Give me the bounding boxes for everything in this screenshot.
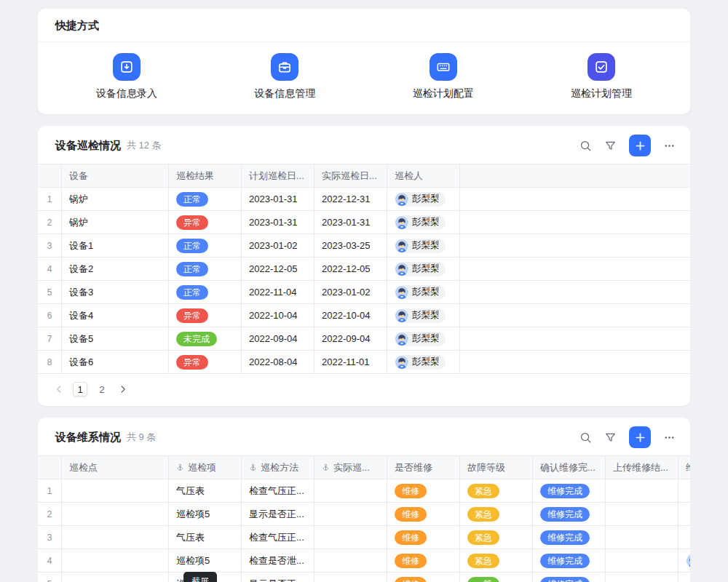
column-header[interactable]: 实际巡... <box>314 456 387 479</box>
table-cell[interactable]: 设备4 <box>62 304 169 327</box>
column-header[interactable]: 上传维修结... <box>606 456 678 479</box>
column-header[interactable]: 维 <box>678 456 690 479</box>
search-icon[interactable] <box>579 431 592 444</box>
table-cell[interactable]: 维修 <box>387 503 460 525</box>
table-cell[interactable]: 2023-01-31 <box>314 211 387 234</box>
column-header[interactable]: 巡检方法 <box>242 456 314 479</box>
table-cell[interactable]: 彭梨梨 <box>387 211 460 234</box>
table-cell[interactable]: 2022-09-04 <box>242 327 314 350</box>
more-icon[interactable] <box>663 140 676 152</box>
table-cell[interactable] <box>314 549 387 572</box>
column-header[interactable]: 巡检项 <box>169 456 242 479</box>
page-number[interactable]: 2 <box>95 382 109 396</box>
column-header[interactable]: 巡检点 <box>62 456 169 479</box>
table-cell[interactable] <box>62 479 169 502</box>
shortcut-item[interactable]: 巡检计划管理 <box>571 53 632 100</box>
table-cell[interactable] <box>314 479 387 502</box>
table-cell[interactable] <box>314 526 387 549</box>
table-cell[interactable]: 2022-11-04 <box>242 281 314 303</box>
next-page-icon[interactable] <box>118 384 128 394</box>
row-number[interactable]: 1 <box>38 188 62 210</box>
column-header[interactable]: 计划巡检日... <box>242 164 314 187</box>
prev-page-icon[interactable] <box>54 384 64 394</box>
table-cell[interactable] <box>62 573 169 582</box>
table-cell[interactable]: 检查气压正... <box>242 479 314 502</box>
row-number[interactable]: 7 <box>38 327 62 350</box>
shortcut-item[interactable]: 巡检计划配置 <box>413 53 474 100</box>
table-cell[interactable] <box>606 479 678 502</box>
row-number[interactable]: 6 <box>38 304 62 327</box>
shortcut-item[interactable]: 设备信息录入 <box>96 53 157 100</box>
column-header[interactable]: 实际巡检日... <box>314 164 387 187</box>
table-cell[interactable]: 2023-01-02 <box>314 281 387 303</box>
table-cell[interactable] <box>62 526 169 549</box>
row-number[interactable]: 8 <box>38 351 62 373</box>
table-cell[interactable]: 检查气压正... <box>242 526 314 549</box>
table-cell[interactable] <box>606 503 678 525</box>
table-cell[interactable] <box>314 573 387 582</box>
table-cell[interactable]: 正常 <box>169 281 242 303</box>
table-cell[interactable]: 2022-12-31 <box>314 188 387 210</box>
table-cell[interactable]: 一般 <box>460 573 533 582</box>
search-icon[interactable] <box>579 140 592 152</box>
column-header[interactable]: 巡检人 <box>387 164 460 187</box>
table-cell[interactable]: 紧急 <box>460 549 533 572</box>
row-number[interactable]: 3 <box>38 234 62 257</box>
table-cell[interactable] <box>606 573 678 582</box>
table-cell[interactable]: 紧急 <box>460 503 533 525</box>
table-cell[interactable]: 2022-12-05 <box>314 258 387 280</box>
add-record-button[interactable] <box>629 426 651 448</box>
table-cell[interactable]: 维修完成 <box>533 526 606 549</box>
table-cell[interactable]: 紧急 <box>460 479 533 502</box>
filter-icon[interactable] <box>604 431 617 444</box>
table-cell[interactable] <box>678 573 690 582</box>
column-header[interactable]: 确认维修完... <box>533 456 606 479</box>
table-cell[interactable] <box>678 549 690 572</box>
column-header[interactable]: 是否维修 <box>387 456 460 479</box>
table-cell[interactable]: 巡检项5 <box>169 549 242 572</box>
table-cell[interactable]: 彭梨梨 <box>387 281 460 303</box>
table-cell[interactable]: 异常 <box>169 351 242 373</box>
column-header[interactable]: 故障等级 <box>460 456 533 479</box>
table-cell[interactable] <box>606 549 678 572</box>
row-number[interactable]: 4 <box>38 549 62 572</box>
table-cell[interactable]: 2023-03-25 <box>314 234 387 257</box>
table-cell[interactable]: 气压表 <box>169 479 242 502</box>
table-cell[interactable]: 彭梨梨 <box>387 351 460 373</box>
more-icon[interactable] <box>663 431 676 444</box>
table-cell[interactable]: 正常 <box>169 258 242 280</box>
table-cell[interactable]: 维修完成 <box>533 549 606 572</box>
row-number[interactable]: 5 <box>38 281 62 303</box>
table-cell[interactable]: 维修 <box>387 526 460 549</box>
row-number[interactable]: 4 <box>38 258 62 280</box>
row-number[interactable]: 1 <box>38 479 62 502</box>
table-cell[interactable]: 设备5 <box>62 327 169 350</box>
table-cell[interactable]: 正常 <box>169 234 242 257</box>
table-cell[interactable]: 正常 <box>169 188 242 210</box>
table-cell[interactable]: 异常 <box>169 211 242 234</box>
table-cell[interactable] <box>678 479 690 502</box>
column-header[interactable]: 设备 <box>62 164 169 187</box>
table-cell[interactable]: 异常 <box>169 304 242 327</box>
table-cell[interactable]: 2022-12-05 <box>242 258 314 280</box>
table-cell[interactable]: 彭梨梨 <box>387 234 460 257</box>
table-cell[interactable]: 紧急 <box>460 526 533 549</box>
table-cell[interactable]: 彭梨梨 <box>387 304 460 327</box>
table-cell[interactable]: 维修完成 <box>533 573 606 582</box>
table-cell[interactable]: 设备2 <box>62 258 169 280</box>
table-cell[interactable]: 彭梨梨 <box>387 188 460 210</box>
table-cell[interactable]: 设备3 <box>62 281 169 303</box>
table-cell[interactable]: 显示是否正... <box>242 573 314 582</box>
table-cell[interactable]: 维修完成 <box>533 479 606 502</box>
table-cell[interactable]: 2023-01-31 <box>242 211 314 234</box>
table-cell[interactable]: 维修 <box>387 573 460 582</box>
table-cell[interactable]: 设备6 <box>62 351 169 373</box>
table-cell[interactable]: 彭梨梨 <box>387 327 460 350</box>
table-cell[interactable]: 2022-08-04 <box>242 351 314 373</box>
table-cell[interactable] <box>314 503 387 525</box>
table-cell[interactable] <box>62 503 169 525</box>
table-cell[interactable]: 维修 <box>387 479 460 502</box>
table-cell[interactable]: 维修 <box>387 549 460 572</box>
add-record-button[interactable] <box>629 135 651 156</box>
table-cell[interactable]: 维修完成 <box>533 503 606 525</box>
